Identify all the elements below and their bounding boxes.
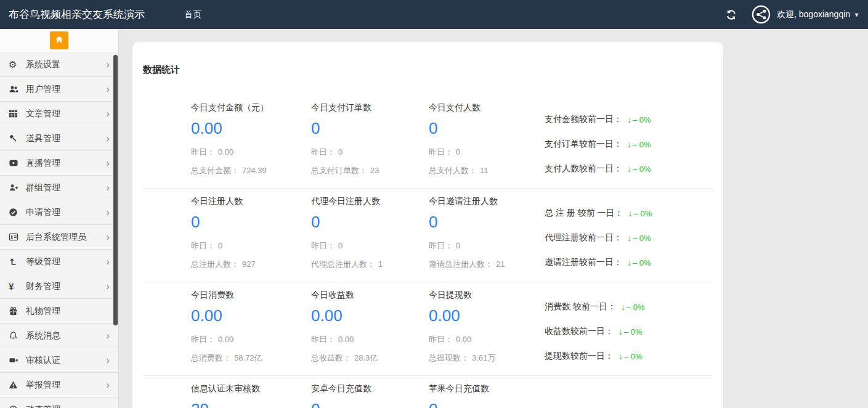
chevron-right-icon: ›: [106, 282, 110, 292]
chevron-right-icon: ›: [106, 134, 110, 144]
trend-line: 支付订单较前一日： ↓ – 0%: [545, 138, 713, 150]
welcome-user-dropdown[interactable]: 欢迎, bogoxiangqin: [777, 9, 850, 20]
trend-column-payments: 支付金额较前一日： ↓ – 0% 支付订单较前一日： ↓ – 0% 支付人数较前…: [545, 102, 713, 188]
sidebar-scrollbar[interactable]: [113, 55, 118, 325]
id-card-icon: [9, 232, 21, 242]
statistics-card: 数据统计 今日支付金额（元） 0.00 昨日：0.00 总支付金额：724.39…: [132, 42, 723, 408]
caret-down-icon[interactable]: ▼: [854, 12, 859, 18]
sidebar-item-finance-management[interactable]: ¥ 财务管理 ›: [0, 274, 118, 299]
trend-column-empty: [545, 383, 713, 408]
stat-today-earnings: 今日收益数 0.00 昨日：0.00 总收益数：28.3亿: [311, 290, 429, 375]
home-button[interactable]: [50, 31, 68, 49]
chevron-right-icon: ›: [106, 257, 110, 267]
user-plus-icon: [9, 183, 21, 193]
stat-invite-registrations: 今日邀请注册人数 0 昨日：0 邀请总注册人数：21: [429, 196, 545, 282]
down-arrow-icon: ↓: [627, 233, 631, 243]
stat-row-consumption: 今日消费数 0.00 昨日：0.00 总消费数：58.72亿 今日收益数 0.0…: [143, 282, 713, 376]
trend-line: 总 注 册 较前 一日： ↓ – 0%: [545, 207, 713, 219]
refresh-icon[interactable]: [726, 9, 737, 20]
chevron-right-icon: ›: [106, 380, 110, 390]
down-arrow-icon: ↓: [627, 139, 631, 149]
chevron-right-icon: ›: [106, 331, 110, 341]
chevron-right-icon: ›: [106, 356, 110, 365]
grid-icon: [9, 109, 21, 119]
trend-column-registrations: 总 注 册 较前 一日： ↓ – 0% 代理注册较前一日： ↓ – 0% 邀请注…: [545, 196, 713, 282]
stat-today-pay-amount: 今日支付金额（元） 0.00 昨日：0.00 总支付金额：724.39: [191, 102, 311, 188]
trend-line: 消费数 较前一日： ↓ – 0%: [545, 301, 713, 313]
user-avatar-share-icon[interactable]: [752, 5, 771, 24]
chevron-right-icon: ›: [106, 208, 110, 218]
sidebar-item-gift-management[interactable]: 礼物管理: [0, 299, 118, 324]
sidebar-item-moments-management[interactable]: 动态管理 ›: [0, 398, 118, 408]
sidebar-item-system-messages[interactable]: 系统消息 ›: [0, 324, 118, 348]
stat-agent-registrations: 代理今日注册人数 0 昨日：0 代理总注册人数：1: [311, 196, 429, 282]
trend-line: 支付金额较前一日： ↓ – 0%: [545, 113, 713, 126]
bell-icon: [9, 331, 21, 341]
stat-today-registrations: 今日注册人数 0 昨日：0 总注册人数：927: [191, 196, 311, 282]
sidebar-item-system-settings[interactable]: ⚙ 系统设置 ›: [0, 52, 118, 77]
stat-value: 29: [191, 400, 311, 408]
trend-line: 收益数较前一日： ↓ – 0%: [545, 325, 713, 338]
sidebar-item-article-management[interactable]: 文章管理 ›: [0, 102, 118, 126]
users-icon: [9, 84, 21, 94]
stat-value: 0: [311, 213, 429, 232]
sidebar-item-live-management[interactable]: 直播管理 ›: [0, 151, 118, 176]
down-arrow-icon: ↓: [627, 258, 631, 267]
home-icon: [55, 35, 63, 46]
chevron-right-icon: ›: [106, 405, 110, 408]
gears-icon: ⚙: [9, 60, 21, 70]
stat-value: 0.00: [191, 119, 311, 138]
stat-today-pay-users: 今日支付人数 0 昨日：0 总支付人数：11: [429, 102, 545, 188]
down-arrow-icon: ↓: [627, 115, 631, 124]
yen-icon: ¥: [9, 282, 21, 292]
sidebar-item-level-management[interactable]: 等级管理 ›: [0, 250, 118, 274]
down-arrow-icon: ↓: [621, 302, 625, 312]
chevron-right-icon: ›: [106, 60, 110, 70]
sidebar-item-props-management[interactable]: 道具管理 ›: [0, 126, 118, 151]
stat-ios-recharge: 苹果今日充值数 0: [429, 383, 545, 408]
chevron-right-icon: ›: [106, 109, 110, 119]
chevron-right-icon: ›: [106, 84, 110, 94]
down-arrow-icon: ↓: [627, 164, 631, 174]
top-navbar: 布谷鸟视频相亲交友系统演示 首页 欢迎, bogoxiangqin ▼: [0, 0, 868, 29]
stat-value: 0.00: [311, 306, 429, 325]
sidebar-item-user-management[interactable]: 用户管理 ›: [0, 77, 118, 102]
stat-value: 0: [191, 213, 311, 232]
sidebar-item-group-management[interactable]: 群组管理 ›: [0, 176, 118, 200]
stat-value: 0: [429, 119, 545, 138]
gavel-icon: [9, 134, 21, 144]
stat-value: 0: [429, 400, 545, 408]
trend-line: 提现数较前一日： ↓ – 0%: [545, 350, 713, 362]
video-play-icon: [9, 158, 21, 168]
chevron-right-icon: ›: [106, 158, 110, 168]
down-arrow-icon: ↓: [619, 351, 623, 361]
nav-home-link[interactable]: 首页: [176, 0, 210, 29]
clock-icon: [9, 405, 21, 408]
sidebar-item-audit-certification[interactable]: 审核认证 ›: [0, 348, 118, 373]
chevron-right-icon: ›: [106, 183, 110, 193]
stat-value: 0: [311, 119, 429, 138]
stat-unreviewed-certifications: 信息认证未审核数 29: [191, 383, 311, 408]
sidebar: ⚙ 系统设置 › 用户管理 › 文章管理 ›: [0, 29, 119, 408]
sidebar-header: [0, 29, 118, 52]
trend-line: 邀请注册较前一日： ↓ – 0%: [545, 256, 713, 269]
level-up-icon: [9, 257, 21, 267]
trend-line: 代理注册较前一日： ↓ – 0%: [545, 232, 713, 244]
stat-value: 0.00: [191, 306, 311, 325]
stat-today-consumption: 今日消费数 0.00 昨日：0.00 总消费数：58.72亿: [191, 290, 311, 375]
sidebar-item-report-management[interactable]: 举报管理 ›: [0, 373, 118, 398]
stat-row-recharge: 信息认证未审核数 29 安卓今日充值数 0 苹果今日充值数 0: [143, 376, 713, 408]
gift-icon: [9, 306, 21, 316]
stat-value: 0: [429, 213, 545, 232]
sidebar-item-application-management[interactable]: 申请管理 ›: [0, 200, 118, 225]
check-circle-icon: [9, 208, 21, 218]
warning-icon: [9, 380, 21, 390]
stat-row-payments: 今日支付金额（元） 0.00 昨日：0.00 总支付金额：724.39 今日支付…: [143, 95, 713, 189]
stat-row-registrations: 今日注册人数 0 昨日：0 总注册人数：927 代理今日注册人数 0 昨日：0 …: [143, 189, 713, 282]
app-title: 布谷鸟视频相亲交友系统演示: [0, 7, 176, 22]
trend-line: 支付人数较前一日： ↓ – 0%: [545, 163, 713, 175]
video-camera-icon: [9, 356, 21, 365]
sidebar-item-backend-admins[interactable]: 后台系统管理员 ›: [0, 225, 118, 250]
down-arrow-icon: ↓: [619, 327, 623, 337]
stat-today-pay-orders: 今日支付订单数 0 昨日：0 总支付订单数：23: [311, 102, 429, 188]
